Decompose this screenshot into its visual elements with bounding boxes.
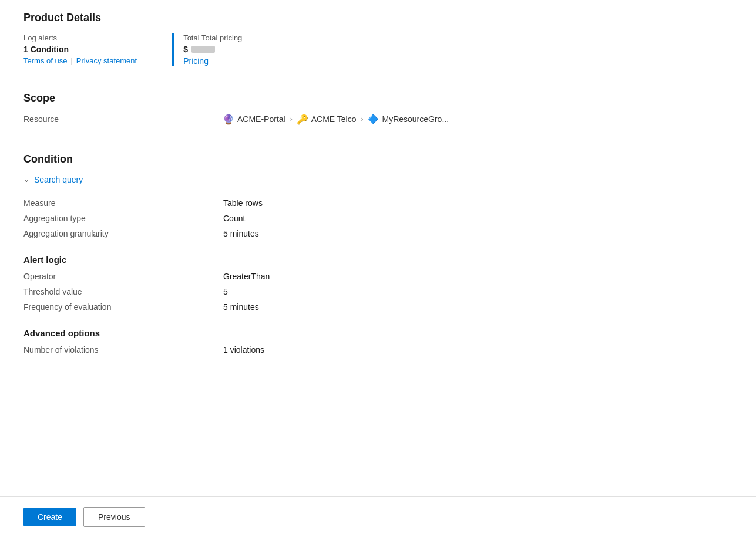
aggregation-type-key: Aggregation type — [23, 214, 223, 223]
violations-value: 1 violations — [223, 345, 733, 354]
scope-section: Scope Resource 🔮 ACME-Portal › 🔑 ACME Te… — [23, 92, 733, 124]
aggregation-type-value: Count — [223, 214, 733, 223]
frequency-value: 5 minutes — [223, 302, 733, 312]
alert-logic-title: Alert logic — [23, 255, 733, 265]
advanced-options-grid: Number of violations 1 violations — [23, 345, 733, 354]
create-button[interactable]: Create — [23, 508, 76, 526]
operator-key: Operator — [23, 272, 223, 281]
portal-icon: 🔮 — [223, 114, 234, 124]
alert-logic-grid: Operator GreaterThan Threshold value 5 F… — [23, 272, 733, 312]
breadcrumb-item-telco: 🔑 ACME Telco — [297, 114, 357, 124]
condition-section: Condition ⌄ Search query Measure Table r… — [23, 153, 733, 238]
breadcrumb-resource-text: MyResourceGro... — [382, 114, 449, 124]
chevron-down-icon: ⌄ — [23, 175, 29, 184]
breadcrumb-item-portal: 🔮 ACME-Portal — [223, 114, 285, 124]
chevron-icon-2: › — [361, 115, 363, 123]
violations-key: Number of violations — [23, 345, 223, 354]
privacy-statement-link[interactable]: Privacy statement — [76, 56, 137, 65]
search-query-link[interactable]: Search query — [34, 175, 83, 184]
product-details-title: Product Details — [23, 12, 733, 24]
breadcrumb: 🔮 ACME-Portal › 🔑 ACME Telco › 🔷 MyResou… — [223, 114, 449, 124]
link-separator: | — [70, 56, 72, 65]
aggregation-granularity-key: Aggregation granularity — [23, 229, 223, 238]
terms-of-use-link[interactable]: Terms of use — [23, 56, 67, 65]
condition-title: Condition — [23, 153, 733, 166]
telco-icon: 🔑 — [297, 114, 308, 124]
frequency-key: Frequency of evaluation — [23, 302, 223, 312]
scope-row: Resource 🔮 ACME-Portal › 🔑 ACME Telco › … — [23, 114, 733, 124]
divider-2 — [23, 141, 733, 141]
breadcrumb-telco-text: ACME Telco — [311, 114, 357, 124]
search-query-row: ⌄ Search query — [23, 175, 733, 184]
chevron-icon-1: › — [290, 115, 293, 123]
advanced-options-section: Advanced options Number of violations 1 … — [23, 328, 733, 354]
scope-title: Scope — [23, 92, 733, 104]
pricing-link[interactable]: Pricing — [183, 56, 242, 66]
threshold-value: 5 — [223, 287, 733, 296]
condition-value: 1 Condition — [23, 45, 137, 54]
resource-icon: 🔷 — [368, 114, 378, 124]
breadcrumb-item-resource: 🔷 MyResourceGro... — [368, 114, 449, 124]
breadcrumb-portal-text: ACME-Portal — [237, 114, 285, 124]
previous-button[interactable]: Previous — [83, 507, 145, 527]
measure-value: Table rows — [223, 198, 733, 208]
pricing-label: Total Total pricing — [183, 33, 242, 42]
alert-logic-section: Alert logic Operator GreaterThan Thresho… — [23, 255, 733, 312]
footer-bar: Create Previous — [0, 496, 756, 537]
price-symbol: $ — [183, 45, 188, 54]
divider-1 — [23, 80, 733, 80]
log-alerts-label: Log alerts — [23, 33, 137, 42]
operator-value: GreaterThan — [223, 272, 733, 281]
threshold-key: Threshold value — [23, 287, 223, 296]
aggregation-granularity-value: 5 minutes — [223, 229, 733, 238]
price-redacted — [191, 46, 215, 53]
resource-label: Resource — [23, 114, 223, 124]
advanced-options-title: Advanced options — [23, 328, 733, 338]
measure-key: Measure — [23, 198, 223, 208]
condition-details-grid: Measure Table rows Aggregation type Coun… — [23, 198, 733, 238]
